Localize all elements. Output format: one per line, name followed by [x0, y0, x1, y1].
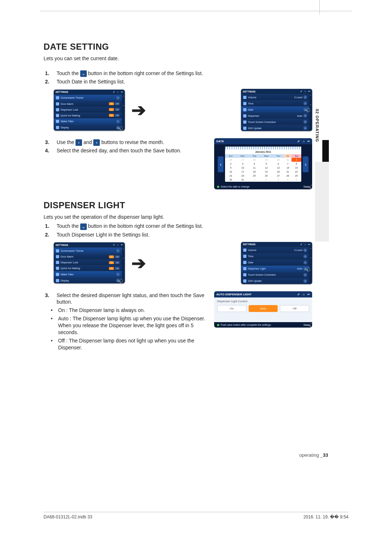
back-icon[interactable]: ↩ [308, 90, 310, 93]
settings-panel-left: SETTINGS ⤢ ⌂ ↩ Screensaver Theme› Door A… [54, 90, 125, 131]
chevron-right-icon: › [93, 139, 100, 146]
print-footer-right: 2016. 11. 19. �� 9:54 [303, 514, 348, 519]
row-time[interactable]: Time [248, 102, 253, 105]
panel-title: SETTINGS [56, 244, 68, 246]
scroll-down-icon: ⌄ [80, 223, 87, 230]
row-water-filter[interactable]: Water Filter [61, 120, 74, 123]
selected-day[interactable]: 1 [291, 158, 301, 162]
expand-icon[interactable]: ⤢ [300, 90, 302, 93]
chevron-left-icon: ‹ [75, 139, 82, 146]
dl-step3-row: Select the desired dispenser light statu… [44, 291, 312, 352]
back-icon[interactable]: ↩ [307, 293, 310, 296]
expand-icon[interactable]: ⤢ [300, 243, 302, 246]
row-door-alarm[interactable]: Door Alarm [61, 103, 73, 105]
home-icon[interactable]: ⌂ [305, 243, 306, 246]
arrow-right-icon: ➔ [131, 253, 144, 273]
date-setting-lede: Lets you can set the current date. [44, 56, 312, 61]
chevron-right-icon[interactable]: › [116, 96, 120, 100]
row-date[interactable]: Date [248, 108, 253, 111]
date-step-3: Use the ‹ and › buttons to revise the mo… [54, 138, 209, 147]
dl-bullets: On : The Dispenser lamp is always on. Au… [44, 306, 209, 352]
dispenser-auto: Auto [297, 115, 302, 117]
home-icon[interactable]: ⌂ [305, 90, 306, 93]
page-number: 33 [323, 452, 328, 458]
home-icon[interactable]: ⌂ [303, 293, 305, 296]
dl-panel-hint: Push save button after complete the sett… [221, 324, 271, 326]
thumb-index-fade [315, 162, 329, 242]
home-icon[interactable]: ⌂ [303, 140, 305, 143]
status-dot-icon [217, 324, 219, 326]
row-date[interactable]: Date [248, 261, 253, 264]
print-footer: DA68-01312L-02.indb 33 2016. 11. 19. �� … [44, 512, 348, 519]
dl-figure-row: SETTINGS⤢⌂↩ Screensaver Theme› Door Alar… [54, 242, 312, 284]
row-volume[interactable]: Volume [248, 249, 256, 251]
toggle[interactable]: OnOff [109, 102, 120, 105]
status-dot-icon [217, 186, 219, 188]
save-button[interactable]: Save [303, 324, 309, 326]
back-icon[interactable]: ↩ [121, 91, 123, 94]
dl-opt-auto[interactable]: Auto [249, 305, 278, 312]
dl-bullet-off: Off : The Dispenser lamp does not light … [56, 337, 209, 352]
row-display[interactable]: Display [61, 126, 69, 129]
home-icon[interactable]: ⌂ [117, 91, 119, 94]
home-icon[interactable]: ⌂ [117, 243, 119, 246]
page: 02 OPERATING DATE SETTING Lets you can s… [0, 0, 392, 534]
row-quick-ice[interactable]: Quick Ice Making [61, 114, 80, 117]
back-icon[interactable]: ↩ [308, 243, 310, 246]
dl-opt-on[interactable]: On [217, 305, 246, 312]
save-button[interactable]: Save [303, 185, 309, 188]
dispenser-light-lede: Lets you set the operation of the dispen… [44, 214, 312, 220]
row-volume[interactable]: Volume [248, 96, 256, 99]
content-column: DATE SETTING Lets you can set the curren… [44, 42, 312, 352]
panel-title: SETTINGS [243, 243, 256, 246]
row-time[interactable]: Time [248, 255, 253, 258]
dl-steps-1-2: Touch the ⌄ button in the bottom right c… [44, 222, 312, 239]
calendar: January 2011 Sun Mon Tue Wed Thu Fri Sat [225, 147, 301, 182]
back-icon[interactable]: ↩ [121, 243, 123, 246]
date-step-1: Touch the ⌄ button in the bottom right c… [54, 69, 312, 78]
date-steps-1-2: Touch the ⌄ button in the bottom right c… [44, 69, 312, 86]
prev-month-button[interactable]: ‹ [218, 156, 224, 172]
dl-step-2: Touch Dispenser Light in the Settings li… [54, 231, 312, 239]
row-water-filter[interactable]: Water Filter [61, 273, 74, 276]
date-panel-hint: Select the date to change [221, 185, 249, 188]
panel-title: SETTINGS [56, 91, 68, 93]
spiral-binding-icon [225, 147, 301, 149]
row-door-alarm[interactable]: Door Alarm [61, 255, 73, 258]
dl-bullet-auto: Auto : The Dispenser lamp lights up when… [56, 315, 209, 337]
dl-auto: Auto [297, 267, 302, 270]
volume-level: 3 Level [294, 96, 302, 99]
row-touch-correction[interactable]: Touch Screen Correction [248, 274, 276, 276]
thumb-index-bar [322, 140, 329, 162]
calendar-month-year: January 2011 [225, 149, 301, 154]
row-sw-update[interactable]: S/W Update [248, 127, 262, 130]
row-quick-ice[interactable]: Quick Ice Making [61, 267, 80, 270]
row-dispenser-lock[interactable]: Dispenser Lock [61, 108, 78, 111]
back-icon[interactable]: ↩ [307, 140, 310, 143]
row-sw-update[interactable]: S/W Update [248, 280, 262, 282]
row-display[interactable]: Display [61, 279, 69, 282]
row-dispenser-light[interactable]: Dispenser Light [248, 267, 266, 270]
dl-opt-off[interactable]: Off [280, 305, 309, 312]
dl-step-1: Touch the ⌄ button in the bottom right c… [54, 222, 312, 230]
expand-icon[interactable]: ⤢ [297, 140, 300, 143]
dl-panel-title: AUTO DISPENSER LIGHT [216, 293, 252, 296]
row-dispenser[interactable]: Dispenser [248, 115, 260, 117]
date-panel-title: DATE [216, 140, 224, 143]
volume-level: 3 Level [294, 249, 302, 251]
row-screensaver[interactable]: Screensaver Theme [61, 250, 83, 252]
panel-header-icons: ⤢ ⌂ ↩ [113, 91, 123, 94]
top-rule [40, 11, 352, 11]
expand-icon[interactable]: ⤢ [113, 243, 115, 246]
row-screensaver[interactable]: Screensaver Theme [61, 96, 83, 99]
row-touch-correction[interactable]: Touch Screen Correction [248, 121, 276, 123]
chapter-tab-label: 02 OPERATING [315, 109, 319, 142]
row-dispenser-lock[interactable]: Dispenser Lock [61, 261, 78, 264]
next-month-button[interactable]: › [303, 156, 309, 172]
scrollbar[interactable]: ˄˅ [309, 247, 312, 284]
date-step-4: Select the desired day, and then touch t… [54, 147, 209, 155]
top-center-rule [319, 0, 320, 15]
scrollbar[interactable]: ˄˅ [122, 95, 125, 131]
expand-icon[interactable]: ⤢ [113, 91, 115, 94]
expand-icon[interactable]: ⤢ [297, 293, 300, 296]
